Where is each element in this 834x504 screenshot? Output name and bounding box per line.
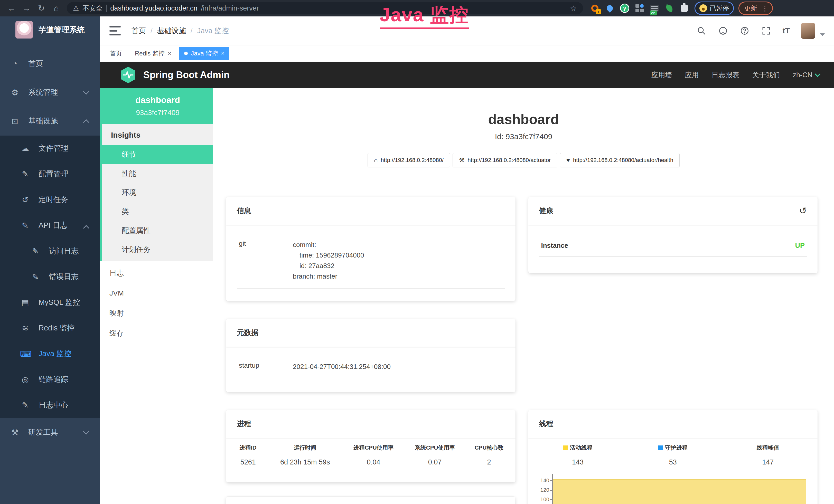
row-label: Instance (541, 242, 595, 250)
fullscreen-icon[interactable] (761, 26, 771, 36)
sidebar-item-label: 首页 (28, 59, 43, 69)
breadcrumb-separator: / (151, 27, 153, 35)
sba-item-mappings[interactable]: 映射 (100, 303, 213, 323)
sba-item-scheduled-tasks[interactable]: 计划任务 (102, 240, 213, 259)
browser-back-button[interactable]: ← (4, 1, 19, 16)
sba-item-config-props[interactable]: 配置属性 (102, 221, 213, 240)
app-logo-row: 芋道管理系统 (0, 17, 100, 42)
sba-nav-wallboard[interactable]: 应用墙 (651, 70, 672, 79)
tab-label: Redis 监控 (135, 49, 164, 58)
card-partial (226, 497, 515, 504)
breadcrumb-infra[interactable]: 基础设施 (157, 26, 186, 36)
sidebar-item-label: 基础设施 (28, 116, 58, 126)
gear-icon: ⚙ (10, 88, 20, 97)
close-icon[interactable]: × (221, 50, 224, 56)
actuator-url-button[interactable]: ⚒ http://192.168.0.2:48080/actuator (453, 153, 557, 167)
search-icon[interactable] (696, 26, 707, 36)
dashboard-icon: ◔ (10, 59, 20, 68)
sba-brand-title[interactable]: Spring Boot Admin (143, 70, 229, 81)
sba-app-id: 93a3fc7f7409 (102, 109, 213, 117)
sidebar-item-tracing[interactable]: ◎ 链路追踪 (0, 367, 100, 392)
browser-reload-button[interactable]: ↻ (34, 1, 49, 16)
sidebar-item-file-manage[interactable]: ☁ 文件管理 (0, 136, 100, 161)
extension-leaf-icon[interactable] (664, 3, 675, 13)
sidebar-item-system[interactable]: ⚙ 系统管理 (0, 78, 100, 107)
history-icon[interactable]: ↺ (799, 206, 807, 215)
breadcrumb-home[interactable]: 首页 (132, 26, 146, 36)
edit-icon: ✎ (20, 169, 30, 179)
profile-paused-badge[interactable]: 已暂停 (695, 2, 734, 15)
browser-forward-button[interactable]: → (19, 1, 34, 16)
health-url-button[interactable]: ♥ http://192.168.0.2:48080/actuator/heal… (560, 153, 680, 167)
sidebar-item-config-manage[interactable]: ✎ 配置管理 (0, 161, 100, 187)
kebab-menu-icon[interactable]: ⋮ (761, 4, 768, 13)
extension-grid-icon[interactable] (634, 3, 645, 13)
breadcrumb-separator: / (191, 27, 193, 35)
sba-item-loggers[interactable]: 日志 (100, 263, 213, 283)
tab-java-monitor[interactable]: Java 监控 × (179, 47, 229, 60)
instance-url-button[interactable]: ⌂ http://192.168.0.2:48080/ (368, 153, 450, 167)
security-label[interactable]: 不安全 (83, 4, 103, 13)
extension-pin-icon[interactable] (605, 3, 615, 13)
extension-orange-icon[interactable]: 1 (590, 3, 600, 13)
caret-down-icon[interactable] (820, 33, 825, 36)
sba-content: dashboard Id: 93a3fc7f7409 ⌂ http://192.… (213, 88, 834, 504)
sba-item-details[interactable]: 细节 (102, 145, 213, 164)
active-dot (184, 52, 188, 55)
chart-area-series (553, 479, 806, 504)
link-url: http://192.168.0.2:48080/actuator (468, 157, 551, 164)
sidebar-item-java-monitor[interactable]: ⌨ Java 监控 (0, 341, 100, 367)
sidebar-item-label: 访问日志 (49, 246, 79, 256)
bookmark-star-icon[interactable]: ☆ (570, 4, 577, 13)
sba-locale-select[interactable]: zh-CN (793, 71, 820, 79)
sidebar-item-label: MySQL 监控 (39, 297, 80, 307)
sidebar-item-scheduled-jobs[interactable]: ↺ 定时任务 (0, 187, 100, 212)
extensions-puzzle-icon[interactable] (679, 3, 689, 13)
threads-card: 线程 活动线程 143 守护 (528, 410, 818, 504)
sba-item-jvm[interactable]: JVM (100, 283, 213, 303)
sba-root-items: 日志 JVM 映射 缓存 (100, 261, 213, 343)
github-icon[interactable] (718, 26, 728, 36)
extension-switch-icon[interactable]: on (649, 3, 660, 13)
sidebar-item-infra[interactable]: ⊡ 基础设施 (0, 107, 100, 136)
sidebar-item-dev-tools[interactable]: ⚒ 研发工具 (0, 418, 100, 447)
app-sidebar: 芋道管理系统 ◔ 首页 ⚙ 系统管理 ⊡ 基础设施 ☁ 文件管理 ✎ (0, 17, 100, 504)
sidebar-item-home[interactable]: ◔ 首页 (0, 49, 100, 78)
tab-home[interactable]: 首页 (105, 47, 127, 60)
wrench-icon: ⚒ (459, 157, 465, 164)
card-title-metadata: 元数据 (226, 319, 515, 347)
close-icon[interactable]: × (168, 50, 171, 56)
table-row: startup 2021-04-27T00:44:31.254+08:00 (237, 356, 505, 379)
extension-y-icon[interactable]: y (619, 3, 630, 13)
sidebar-toggle-icon[interactable] (109, 26, 121, 36)
sidebar-item-log-center[interactable]: ✎ 日志中心 (0, 392, 100, 418)
font-size-icon[interactable]: tT (783, 26, 790, 35)
sidebar-item-api-log[interactable]: ✎ API 日志 (0, 212, 100, 238)
sidebar-item-access-log[interactable]: ✎ 访问日志 (0, 238, 100, 264)
sba-item-classes[interactable]: 类 (102, 202, 213, 221)
sba-nav-journal[interactable]: 日志报表 (711, 70, 739, 79)
avatar[interactable] (801, 23, 815, 39)
browser-home-button[interactable]: ⌂ (49, 1, 64, 16)
sba-item-caches[interactable]: 缓存 (100, 323, 213, 343)
sidebar-item-error-log[interactable]: ✎ 错误日志 (0, 264, 100, 290)
card-title-threads: 线程 (528, 410, 818, 438)
paused-label: 已暂停 (710, 4, 729, 13)
toolbox-icon: ⚒ (10, 428, 20, 437)
tab-redis-monitor[interactable]: Redis 监控 × (130, 47, 176, 60)
address-bar[interactable]: ⚠ 不安全 dashboard.yudao.iocoder.cn /infra/… (67, 2, 583, 15)
home-icon: ⌂ (374, 157, 378, 164)
help-icon[interactable] (740, 26, 750, 36)
sba-app-header[interactable]: dashboard 93a3fc7f7409 (102, 88, 213, 124)
chevron-up-icon (83, 225, 89, 231)
sba-item-environment[interactable]: 环境 (102, 183, 213, 202)
sidebar-item-redis-monitor[interactable]: ≋ Redis 监控 (0, 315, 100, 341)
stat-value: 53 (626, 452, 721, 466)
sba-nav-applications[interactable]: 应用 (685, 70, 699, 79)
sidebar-item-mysql-monitor[interactable]: ▤ MySQL 监控 (0, 290, 100, 315)
log-icon: ✎ (30, 247, 41, 256)
browser-update-button[interactable]: 更新 ⋮ (739, 2, 773, 15)
health-card: 健康 ↺ Instance UP (528, 197, 818, 273)
sba-nav-about[interactable]: 关于我们 (752, 70, 780, 79)
sba-item-metrics[interactable]: 性能 (102, 164, 213, 183)
